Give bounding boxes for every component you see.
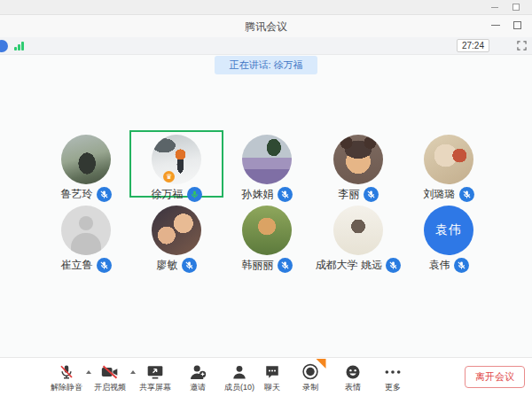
window-title: 腾讯会议 — [0, 19, 532, 35]
meeting-status-bar: 27:24 — [0, 37, 532, 55]
members-button[interactable]: 成员(10) — [224, 363, 254, 393]
participant-tile-active-speaker[interactable]: ♛ 徐万福 — [129, 130, 223, 198]
mic-muted-icon — [386, 258, 401, 273]
mic-options-caret-icon[interactable] — [86, 370, 91, 374]
mic-muted-icon — [278, 187, 293, 202]
chat-button[interactable]: 聊天 — [264, 363, 280, 393]
participant-tile[interactable]: 孙姝娟 — [220, 130, 314, 198]
record-flag-icon — [317, 359, 326, 369]
avatar — [424, 135, 473, 184]
participant-name: 成都大学 姚远 — [316, 258, 382, 273]
participant-tile[interactable]: 崔立鲁 — [39, 201, 133, 268]
avatar — [242, 135, 292, 184]
meeting-window: 腾讯会议 27:24 正在讲话: 徐万福 鲁艺玲 ♛ 徐万福 — [0, 0, 532, 396]
participant-tile[interactable]: 韩丽丽 — [220, 201, 314, 268]
share-screen-label: 共享屏幕 — [139, 382, 171, 393]
speaking-banner-text: 正在讲话: 徐万福 — [215, 56, 317, 74]
avatar — [333, 206, 383, 255]
avatar — [152, 206, 201, 255]
maximize-icon[interactable] — [512, 4, 520, 11]
participant-tile[interactable]: 袁伟 袁伟 — [402, 201, 496, 268]
participant-name: 韩丽丽 — [242, 258, 274, 273]
avatar — [242, 206, 292, 255]
host-badge-icon: ♛ — [163, 171, 175, 182]
fullscreen-icon[interactable] — [517, 41, 527, 50]
leave-meeting-button[interactable]: 离开会议 — [465, 366, 525, 388]
chat-icon — [264, 363, 280, 380]
participant-tile[interactable]: 成都大学 姚远 — [311, 201, 405, 268]
maximize-icon[interactable] — [513, 21, 521, 29]
app-status-icon — [0, 40, 8, 52]
participant-name: 廖敏 — [157, 258, 178, 273]
more-button[interactable]: 更多 — [384, 363, 402, 393]
participant-name: 徐万福 — [152, 187, 184, 202]
members-label: 成员(10) — [224, 382, 254, 393]
more-icon — [384, 363, 402, 380]
emoji-icon — [345, 363, 361, 380]
screen-share-icon — [146, 363, 164, 380]
meeting-toolbar: 解除静音 开启视频 共享屏幕 邀请 成员(10) — [0, 357, 532, 396]
participant-name: 鲁艺玲 — [61, 187, 93, 202]
participant-name: 袁伟 — [429, 258, 450, 273]
speaking-banner: 正在讲话: 徐万福 — [0, 56, 532, 74]
participant-tile[interactable]: 刘璐璐 — [402, 130, 496, 198]
mic-muted-icon — [59, 363, 74, 380]
avatar-text: 袁伟 — [424, 206, 473, 255]
chat-label: 聊天 — [264, 382, 280, 393]
start-video-label: 开启视频 — [94, 382, 126, 393]
members-icon — [231, 363, 247, 380]
avatar — [61, 135, 111, 184]
outer-window-bar — [0, 0, 532, 15]
invite-label: 邀请 — [190, 382, 206, 393]
mic-muted-icon — [459, 187, 474, 202]
record-button[interactable]: 录制 — [302, 363, 319, 393]
mic-muted-icon — [97, 187, 112, 202]
mic-muted-icon — [278, 258, 293, 273]
participant-tile[interactable]: 李丽 — [311, 130, 405, 198]
avatar — [333, 135, 383, 184]
avatar-default-silhouette — [61, 206, 111, 255]
record-label: 录制 — [302, 382, 318, 393]
more-label: 更多 — [385, 382, 401, 393]
unmute-button[interactable]: 解除静音 — [51, 363, 82, 393]
avatar-text-initials: 袁伟 — [424, 206, 473, 255]
avatar — [152, 135, 201, 184]
participant-name: 李丽 — [339, 187, 360, 202]
mic-muted-icon — [364, 187, 379, 202]
participant-name: 孙姝娟 — [242, 187, 274, 202]
unmute-label: 解除静音 — [51, 382, 82, 393]
emoji-label: 表情 — [345, 382, 361, 393]
participant-tile[interactable]: 鲁艺玲 — [39, 130, 133, 198]
mic-muted-icon — [97, 258, 112, 273]
invite-icon — [190, 363, 207, 380]
invite-button[interactable]: 邀请 — [190, 363, 207, 393]
mic-muted-icon — [454, 258, 469, 273]
meeting-timer: 27:24 — [457, 39, 489, 52]
minimize-icon[interactable] — [491, 7, 498, 8]
video-options-caret-icon[interactable] — [130, 370, 136, 374]
participant-name: 刘璐璐 — [424, 187, 456, 202]
minimize-icon[interactable] — [491, 25, 500, 26]
start-video-button[interactable]: 开启视频 — [94, 363, 126, 393]
mic-muted-icon — [182, 258, 197, 273]
mic-active-icon — [187, 187, 202, 202]
emoji-button[interactable]: 表情 — [345, 363, 361, 393]
record-icon — [302, 363, 319, 380]
share-screen-button[interactable]: 共享屏幕 — [139, 363, 171, 393]
participant-tile[interactable]: 廖敏 — [129, 201, 223, 268]
participant-name: 崔立鲁 — [61, 258, 93, 273]
network-signal-icon — [14, 42, 24, 50]
app-title-bar: 腾讯会议 — [0, 15, 532, 37]
camera-muted-icon — [101, 363, 119, 380]
